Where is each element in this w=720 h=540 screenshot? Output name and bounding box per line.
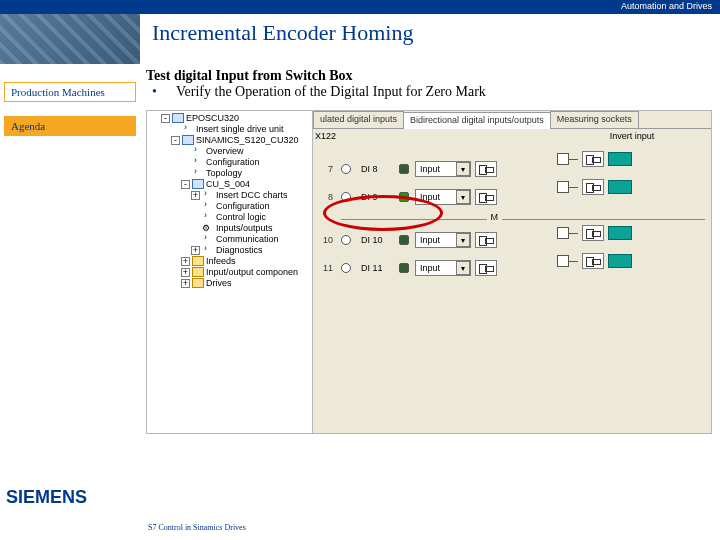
pin-number: 7	[319, 164, 333, 174]
terminal-icon	[335, 257, 357, 279]
terminal-label: X122	[315, 131, 336, 141]
io-content: X122 Invert input — — — — 7DI 8Input▾8DI…	[313, 129, 711, 433]
tree-label: EPOSCU320	[186, 113, 239, 123]
io-row: 8DI 9Input▾	[319, 183, 705, 211]
tree-item[interactable]: +Input/output componen	[149, 267, 310, 278]
siemens-logo: SIEMENS	[6, 487, 87, 507]
tree-label: CU_S_004	[206, 179, 250, 189]
tree-item[interactable]: +Insert DCC charts	[149, 190, 310, 201]
pin-number: 8	[319, 192, 333, 202]
pin-number: 10	[319, 235, 333, 245]
tree-item[interactable]: +Drives	[149, 278, 310, 289]
status-led	[399, 164, 409, 174]
blue-icon	[172, 113, 184, 123]
tree-item[interactable]: Insert single drive unit	[149, 124, 310, 135]
project-tree[interactable]: -EPOSCU320Insert single drive unit-SINAM…	[147, 111, 313, 433]
tree-item[interactable]: Control logic	[149, 212, 310, 223]
pin-number: 11	[319, 263, 333, 273]
status-led	[399, 192, 409, 202]
arrow-icon	[202, 212, 214, 222]
tree-label: Configuration	[206, 157, 260, 167]
yel-icon	[192, 256, 204, 266]
sidebar-item-label: Agenda	[11, 120, 45, 132]
tree-item[interactable]: Configuration	[149, 157, 310, 168]
logo-area: SIEMENS	[6, 487, 87, 508]
tree-label: Inputs/outputs	[216, 223, 273, 233]
tree-expander[interactable]: +	[181, 279, 190, 288]
tree-expander[interactable]: +	[191, 246, 200, 255]
bullet-text: Verify the Operation of the Digital Inpu…	[176, 84, 486, 99]
di-label: DI 8	[361, 164, 391, 174]
corp-label: Automation and Drives	[621, 1, 712, 11]
tree-item[interactable]: -EPOSCU320	[149, 113, 310, 124]
terminal-icon	[335, 229, 357, 251]
io-pane: ulated digital inputs Bidirectional digi…	[313, 111, 711, 433]
tree-item[interactable]: -CU_S_004	[149, 179, 310, 190]
status-led	[399, 263, 409, 273]
signal-dropdown[interactable]: Input▾	[415, 189, 471, 205]
tree-expander[interactable]: -	[161, 114, 170, 123]
tree-item[interactable]: +Diagnostics	[149, 245, 310, 256]
arrow-icon	[202, 245, 214, 255]
tree-label: SINAMICS_S120_CU320	[196, 135, 299, 145]
io-row: 11DI 11Input▾	[319, 254, 705, 282]
config-button[interactable]	[475, 161, 497, 177]
tree-label: Configuration	[216, 201, 270, 211]
tree-expander[interactable]: +	[181, 257, 190, 266]
terminal-icon	[335, 158, 357, 180]
main-content: Test digital Input from Switch Box •Veri…	[140, 64, 720, 514]
io-row: 7DI 8Input▾	[319, 155, 705, 183]
status-led	[399, 235, 409, 245]
blue-icon	[182, 135, 194, 145]
tree-expander[interactable]: -	[181, 180, 190, 189]
config-button[interactable]	[475, 260, 497, 276]
blue-icon	[192, 179, 204, 189]
tree-item[interactable]: -SINAMICS_S120_CU320	[149, 135, 310, 146]
tree-item[interactable]: +Infeeds	[149, 256, 310, 267]
invert-heading: Invert input	[557, 131, 707, 141]
terminal-icon	[335, 186, 357, 208]
tree-item[interactable]: Topology	[149, 168, 310, 179]
config-button[interactable]	[475, 189, 497, 205]
sidebar-item-agenda[interactable]: Agenda	[4, 116, 136, 136]
chevron-down-icon[interactable]: ▾	[456, 233, 470, 247]
tree-item[interactable]: Overview	[149, 146, 310, 157]
chevron-down-icon[interactable]: ▾	[456, 190, 470, 204]
tree-expander[interactable]: +	[181, 268, 190, 277]
sidebar: Production Machines Agenda	[0, 64, 140, 514]
chevron-down-icon[interactable]: ▾	[456, 162, 470, 176]
tab-bidirectional-dio[interactable]: Bidirectional digital inputs/outputs	[403, 112, 551, 129]
sidebar-item-label: Production Machines	[11, 86, 105, 98]
tab-measuring-sockets[interactable]: Measuring sockets	[550, 111, 639, 128]
tab-isolated-di[interactable]: ulated digital inputs	[313, 111, 404, 128]
tree-expander[interactable]: +	[191, 191, 200, 200]
chevron-down-icon[interactable]: ▾	[456, 261, 470, 275]
signal-dropdown[interactable]: Input▾	[415, 260, 471, 276]
tree-label: Control logic	[216, 212, 266, 222]
sidebar-item-production[interactable]: Production Machines	[4, 82, 136, 102]
m-label: M	[487, 212, 503, 222]
tree-label: Infeeds	[206, 256, 236, 266]
tree-item[interactable]: Configuration	[149, 201, 310, 212]
di-label: DI 10	[361, 235, 391, 245]
bullet-icon: •	[152, 84, 176, 100]
tree-label: Diagnostics	[216, 245, 263, 255]
tree-label: Communication	[216, 234, 279, 244]
arrow-icon	[182, 124, 194, 134]
tree-label: Topology	[206, 168, 242, 178]
yel-icon	[192, 278, 204, 288]
signal-dropdown[interactable]: Input▾	[415, 232, 471, 248]
hero: Incremental Encoder Homing	[0, 14, 720, 64]
page-title: Incremental Encoder Homing	[140, 14, 720, 64]
di-label: DI 11	[361, 263, 391, 273]
tree-label: Drives	[206, 278, 232, 288]
config-button[interactable]	[475, 232, 497, 248]
tree-item[interactable]: Inputs/outputs	[149, 223, 310, 234]
signal-dropdown[interactable]: Input▾	[415, 161, 471, 177]
footer: S7 Control in Sinamics Drives	[0, 514, 720, 540]
content-subtitle: Test digital Input from Switch Box	[146, 68, 712, 84]
m-divider: M	[341, 219, 705, 220]
tree-expander[interactable]: -	[171, 136, 180, 145]
config-panel: -EPOSCU320Insert single drive unit-SINAM…	[146, 110, 712, 434]
tree-item[interactable]: Communication	[149, 234, 310, 245]
